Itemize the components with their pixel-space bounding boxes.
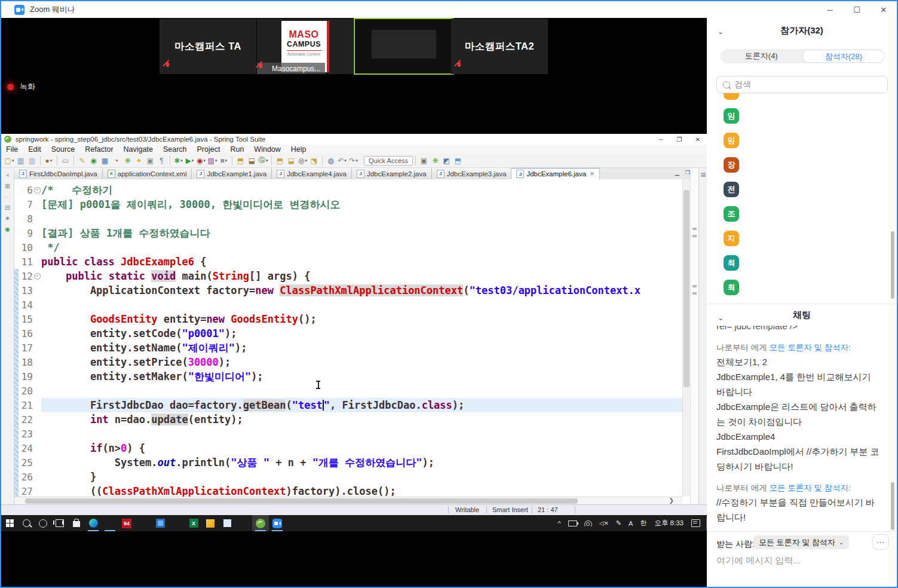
notification-center-icon[interactable] <box>691 519 700 527</box>
scrollbar-thumb[interactable] <box>25 498 578 504</box>
collapsed-right-bar[interactable]: ▤ <box>698 168 707 505</box>
participant-list[interactable]: 임임장전조지최최 <box>707 93 897 304</box>
editor-tab[interactable]: JJdbcExample3.java <box>432 168 512 179</box>
editor-tab[interactable]: JJdbcExample1.java <box>192 168 272 179</box>
open-folder-icon[interactable]: ⬓ <box>286 155 296 166</box>
fold-collapse-icon[interactable]: − <box>33 273 41 280</box>
cortana-taskbar-icon[interactable] <box>35 515 51 531</box>
video-thumbnail[interactable] <box>354 18 454 75</box>
eclipse-close-button[interactable]: ✕ <box>689 134 707 145</box>
menu-navigate[interactable]: Navigate <box>124 145 153 154</box>
coverage-icon[interactable]: ▨▾ <box>207 155 217 166</box>
ime-korean-icon[interactable]: 한 <box>640 519 646 528</box>
menu-search[interactable]: Search <box>163 145 187 154</box>
profile-icon[interactable]: ◉▾ <box>196 155 206 166</box>
scrollbar-thumb[interactable] <box>684 190 689 387</box>
user-icon[interactable]: ●▾ <box>44 155 54 166</box>
open-type-icon[interactable]: ▣ <box>145 155 155 166</box>
occurrence-marker[interactable] <box>692 235 697 237</box>
ime-language-icon[interactable]: A <box>629 520 633 527</box>
editor-tab[interactable]: JJdbcExample6.java✕ <box>511 168 599 179</box>
wifi-icon[interactable] <box>584 520 592 526</box>
participants-scrollbar-thumb[interactable] <box>891 231 894 299</box>
eclipse-restore-button[interactable]: ❐ <box>670 134 688 145</box>
chat-message-input[interactable]: 여기에 메시지 입력... <box>716 555 801 566</box>
quick-access-box[interactable]: Quick Access <box>364 156 413 166</box>
menu-source[interactable]: Source <box>51 145 75 154</box>
participant-row[interactable]: 장 <box>707 157 897 182</box>
pen-icon[interactable]: ✎ <box>616 519 621 527</box>
external-tools-icon[interactable]: ■▾ <box>219 155 229 166</box>
menu-window[interactable]: Window <box>254 145 280 154</box>
new-wizard-icon[interactable]: ▢▾ <box>4 155 14 166</box>
video-thumbnail[interactable]: 마소캠퍼스 TA <box>160 19 256 74</box>
menu-project[interactable]: Project <box>197 145 220 154</box>
chat-message-list[interactable]: ref= jdbcTemplate />나로부터 에게 모든 토론자 및 참석자… <box>716 326 881 531</box>
java-perspective-icon[interactable]: ❋ <box>430 155 440 166</box>
menu-edit[interactable]: Edit <box>28 145 41 154</box>
editor-minimize-icon[interactable]: ▁ <box>675 170 679 176</box>
forward-icon[interactable]: ↷▾ <box>348 155 358 166</box>
edge-taskbar-icon[interactable] <box>85 515 102 531</box>
participant-row[interactable]: 전 <box>707 182 897 206</box>
search-icon[interactable]: ◎▾ <box>298 155 308 166</box>
highlight-icon[interactable]: ✦ <box>134 155 144 166</box>
participant-row[interactable]: 조 <box>707 206 897 231</box>
save-icon[interactable]: ▥ <box>16 155 26 166</box>
restore-view-icon[interactable]: ▤ <box>701 172 706 177</box>
editor-tab[interactable]: JFirstJdbcDaoImpl.java <box>14 168 103 179</box>
occurrence-marker[interactable] <box>692 292 697 295</box>
pin-editor-icon[interactable]: ▣ <box>419 155 429 166</box>
editor-maximize-icon[interactable]: ❐ <box>685 170 690 176</box>
participant-row[interactable]: 최 <box>707 280 897 304</box>
hancom-taskbar-icon[interactable] <box>202 515 219 531</box>
tab-panelists[interactable]: 토론자(4) <box>721 51 802 62</box>
maximize-button[interactable]: ☐ <box>844 1 870 18</box>
chat-more-button[interactable]: ⋯ <box>872 534 889 550</box>
explorer-taskbar-icon[interactable] <box>102 515 118 531</box>
open-resource-icon[interactable]: ⬒ <box>275 155 285 166</box>
new-class-icon[interactable]: Ⓖ▾ <box>258 155 268 166</box>
mark-occurrences-icon[interactable]: ✎ <box>77 155 87 166</box>
taskview-taskbar-icon[interactable] <box>51 515 68 531</box>
outline-icon[interactable]: ⊟ <box>5 204 10 211</box>
menu-help[interactable]: Help <box>291 145 307 154</box>
spring-taskbar-icon[interactable] <box>252 515 269 531</box>
chat-scrollbar-thumb[interactable] <box>891 482 894 530</box>
spring-explorer-icon[interactable]: ✳ <box>5 215 10 222</box>
participant-row[interactable]: 임 <box>707 133 897 157</box>
editor-tab[interactable]: JJdbcExample4.java <box>272 168 352 179</box>
show-whitespace-icon[interactable]: ¶ <box>157 155 167 166</box>
menu-refactor[interactable]: Refactor <box>85 145 113 154</box>
recipient-link[interactable]: 모든 토론자 및 참석자: <box>770 483 851 492</box>
debug-icon[interactable]: ✱▾ <box>173 155 183 166</box>
type-hierarchy-icon[interactable]: ⊞ <box>5 183 10 189</box>
settings-taskbar-icon[interactable] <box>135 515 152 531</box>
participant-row[interactable]: 임 <box>707 108 897 133</box>
recipient-selector[interactable]: 모든 토론자 및 참석자 ⌄ <box>753 535 849 549</box>
open-editor-icon[interactable]: ▦ <box>100 155 110 166</box>
tab-close-icon[interactable]: ✕ <box>590 171 594 177</box>
keepass-taskbar-icon[interactable] <box>168 515 185 531</box>
recipient-link[interactable]: 모든 토론자 및 참석자: <box>770 343 851 352</box>
spring-perspective-icon[interactable]: ◩ <box>442 155 452 166</box>
photos-taskbar-icon[interactable] <box>152 515 168 531</box>
search-taskbar-icon[interactable] <box>18 515 35 531</box>
package-explorer-icon[interactable]: ⫞ <box>6 172 9 179</box>
participant-search-input[interactable]: 검색 <box>716 76 888 93</box>
editor-vertical-scrollbar[interactable] <box>682 179 691 497</box>
tab-attendees[interactable]: 참석자(28) <box>802 50 885 63</box>
video-thumbnail[interactable]: 마소캠퍼스TA2 <box>451 19 548 74</box>
zoomapp-taskbar-icon[interactable] <box>269 515 286 531</box>
close-button[interactable]: ✕ <box>871 1 897 18</box>
menu-file[interactable]: File <box>6 145 18 154</box>
code-editor[interactable]: 6−/* 수정하기7[문제] p0001을 제이쿼리, 30000, 한빛미디어… <box>14 179 682 497</box>
debug-perspective-icon[interactable]: ⬒ <box>453 155 463 166</box>
save-all-icon[interactable]: ▥ <box>27 155 37 166</box>
volume-muted-icon[interactable]: ◁✕ <box>599 520 609 526</box>
editor-tab[interactable]: XapplicationContext.xml <box>103 168 192 179</box>
participant-row[interactable]: 최 <box>707 255 897 280</box>
eclipse-minimize-button[interactable]: ─ <box>652 134 670 145</box>
occurrence-marker[interactable] <box>692 228 697 230</box>
editor-tab[interactable]: JJdbcExample2.java <box>352 168 432 179</box>
